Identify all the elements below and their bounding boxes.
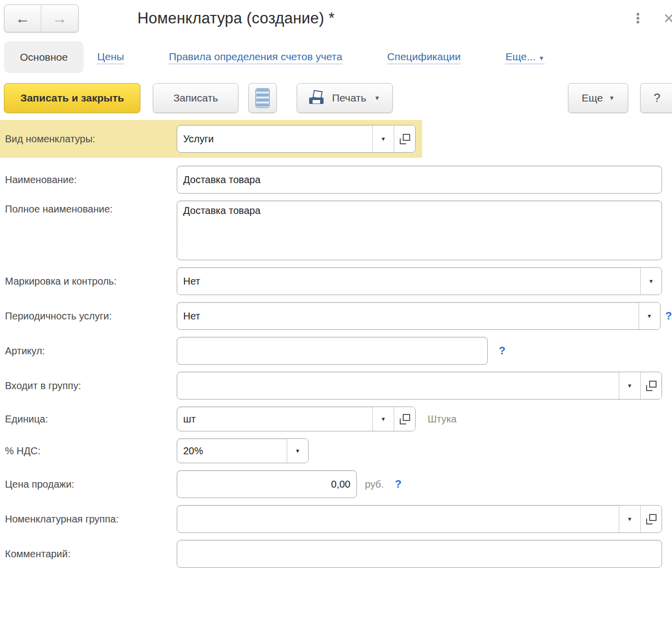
- titlebar-actions: ⋮ ×: [631, 9, 667, 27]
- more-label: Еще: [581, 92, 603, 104]
- tab-pravila-opredeleniya-schetov[interactable]: Правила определения счетов учета: [169, 51, 342, 64]
- open-form-icon: [400, 134, 410, 144]
- nomenklaturnaya-gruppa-dropdown-button[interactable]: ▼: [619, 506, 640, 532]
- save-and-close-button[interactable]: Записать и закрыть: [4, 83, 140, 113]
- chevron-down-icon: ▼: [649, 278, 654, 284]
- edinitsa-value: шт: [177, 407, 372, 431]
- markirovka-label: Маркировка и контроль:: [0, 276, 177, 287]
- field-row-markirovka: Маркировка и контроль: Нет ▼: [0, 267, 672, 295]
- polnoe-naimenovanie-textarea[interactable]: Доставка товара: [177, 201, 662, 260]
- tab-tseny[interactable]: Цены: [97, 51, 124, 64]
- vhodit-v-gruppu-combo[interactable]: ▼: [177, 372, 662, 400]
- edinitsa-dropdown-button[interactable]: ▼: [372, 407, 394, 431]
- field-row-tsena-prodazhi: Цена продажи: руб. ?: [0, 470, 672, 498]
- page-title: Номенклатура (создание) *: [137, 9, 335, 27]
- field-row-vhodit-v-gruppu: Входит в группу: ▼: [0, 372, 672, 400]
- vid-nomenklatury-label: Вид номенклатуры:: [0, 133, 177, 145]
- markirovka-dropdown-button[interactable]: ▼: [640, 268, 662, 295]
- tsena-prodazhi-label: Цена продажи:: [0, 479, 177, 490]
- chevron-down-icon: ▼: [374, 95, 380, 102]
- currency-text: руб.: [365, 479, 384, 490]
- help-button[interactable]: ?: [640, 83, 672, 113]
- print-label: Печать: [332, 92, 366, 104]
- nomenklaturnaya-gruppa-open-button[interactable]: [640, 506, 662, 532]
- chevron-down-icon: ▼: [627, 383, 633, 389]
- printer-icon: [309, 91, 325, 105]
- vhodit-v-gruppu-open-button[interactable]: [640, 372, 662, 399]
- window-menu-icon[interactable]: ⋮: [631, 12, 645, 25]
- nds-label: % НДС:: [0, 445, 177, 457]
- field-row-naimenovanie: Наименование:: [0, 166, 672, 194]
- periodichnost-value: Нет: [177, 303, 639, 329]
- edinitsa-open-button[interactable]: [394, 407, 415, 431]
- chevron-down-icon: ▼: [609, 95, 615, 102]
- field-row-artikul: Артикул: ?: [0, 337, 672, 365]
- open-form-icon: [646, 514, 657, 524]
- nomenklaturnaya-gruppa-label: Номенклатурная группа:: [0, 514, 177, 525]
- nomenklaturnaya-gruppa-combo[interactable]: ▼: [177, 505, 662, 533]
- edinitsa-label: Единица:: [0, 413, 177, 425]
- open-form-icon: [400, 414, 410, 424]
- vid-nomenklatury-open-button[interactable]: [394, 125, 415, 152]
- titlebar: ← → Номенклатура (создание) * ⋮ ×: [0, 0, 672, 35]
- periodichnost-help-icon[interactable]: ?: [666, 309, 672, 322]
- artikul-help-icon[interactable]: ?: [499, 344, 505, 357]
- tab-bar: Основное Цены Правила определения счетов…: [0, 35, 672, 78]
- vhodit-v-gruppu-dropdown-button[interactable]: ▼: [619, 372, 640, 399]
- tsena-prodazhi-input[interactable]: [177, 470, 357, 498]
- periodichnost-dropdown-button[interactable]: ▼: [639, 303, 660, 329]
- chevron-down-icon: ▼: [627, 516, 633, 522]
- show-movements-button[interactable]: [248, 83, 277, 113]
- periodichnost-label: Периодичность услуги:: [0, 310, 177, 322]
- naimenovanie-input[interactable]: [177, 166, 662, 194]
- item-form: Вид номенклатуры: Услуги ▼ Наименование:…: [0, 113, 672, 568]
- nav-button-group: ← →: [4, 4, 79, 32]
- back-button[interactable]: ←: [4, 5, 41, 32]
- chevron-down-icon: ▼: [381, 416, 386, 422]
- vid-nomenklatury-dropdown-button[interactable]: ▼: [372, 125, 394, 152]
- artikul-label: Артикул:: [0, 345, 177, 357]
- kommentariy-label: Комментарий:: [0, 548, 177, 560]
- chevron-down-icon: ▼: [381, 136, 386, 142]
- close-icon[interactable]: ×: [664, 9, 672, 27]
- nomenclature-create-window: { "window": { "title": "Номенклатура (со…: [0, 0, 672, 617]
- vid-nomenklatury-value: Услуги: [177, 125, 372, 152]
- nds-combo[interactable]: 20% ▼: [177, 438, 309, 463]
- naimenovanie-label: Наименование:: [0, 174, 177, 186]
- field-row-polnoe-naimenovanie: Полное наименование: Доставка товара: [0, 201, 672, 260]
- tab-spetsifikatsii[interactable]: Спецификации: [387, 51, 461, 64]
- more-button[interactable]: Еще ▼: [568, 83, 628, 113]
- vhodit-v-gruppu-label: Входит в группу:: [0, 380, 177, 392]
- markirovka-value: Нет: [177, 268, 640, 295]
- field-row-nomenklaturnaya-gruppa: Номенклатурная группа: ▼: [0, 505, 672, 533]
- edinitsa-fullname-text: Штука: [428, 413, 456, 425]
- field-row-periodichnost: Периодичность услуги: Нет ▼ ?: [0, 302, 672, 330]
- forward-button[interactable]: →: [41, 5, 78, 32]
- tab-osnovnoe[interactable]: Основное: [4, 41, 84, 73]
- field-row-nds: % НДС: 20% ▼: [0, 438, 672, 463]
- tab-more-label: Еще...: [505, 51, 535, 62]
- vhodit-v-gruppu-value: [177, 372, 619, 399]
- periodichnost-combo[interactable]: Нет ▼: [177, 302, 661, 330]
- chevron-down-icon: ▼: [539, 55, 545, 62]
- command-bar: Записать и закрыть Записать Печать ▼ Еще…: [0, 78, 672, 113]
- field-row-edinitsa: Единица: шт ▼ Штука: [0, 407, 672, 431]
- print-button[interactable]: Печать ▼: [297, 83, 393, 113]
- nds-dropdown-button[interactable]: ▼: [287, 439, 308, 463]
- nds-value: 20%: [177, 439, 287, 463]
- field-row-vid-nomenklatury: Вид номенклатуры: Услуги ▼: [0, 120, 422, 158]
- polnoe-naimenovanie-label: Полное наименование:: [0, 201, 177, 215]
- open-form-icon: [646, 381, 657, 391]
- nomenklaturnaya-gruppa-value: [177, 506, 619, 532]
- chevron-down-icon: ▼: [295, 448, 301, 454]
- save-button[interactable]: Записать: [153, 83, 238, 113]
- kommentariy-input[interactable]: [177, 540, 662, 568]
- artikul-input[interactable]: [177, 337, 488, 365]
- edinitsa-combo[interactable]: шт ▼: [177, 407, 416, 431]
- chevron-down-icon: ▼: [647, 313, 652, 319]
- field-row-kommentariy: Комментарий:: [0, 540, 672, 568]
- vid-nomenklatury-combo[interactable]: Услуги ▼: [177, 125, 416, 153]
- markirovka-combo[interactable]: Нет ▼: [177, 267, 662, 295]
- tsena-prodazhi-help-icon[interactable]: ?: [395, 478, 401, 491]
- tab-more[interactable]: Еще...▼: [505, 51, 544, 64]
